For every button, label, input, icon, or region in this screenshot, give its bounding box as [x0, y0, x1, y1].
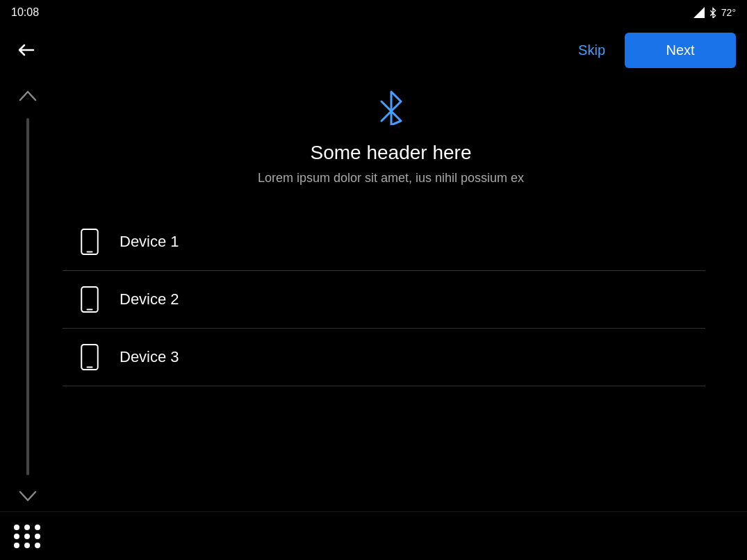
signal-icon: [693, 7, 705, 18]
dot-5: [24, 534, 30, 539]
device-phone-icon-3: [76, 344, 103, 370]
dot-4: [14, 534, 19, 539]
next-button[interactable]: Next: [625, 33, 736, 68]
main-content: Some header here Lorem ipsum dolor sit a…: [0, 75, 747, 511]
nav-right: Skip Next: [570, 33, 736, 68]
status-icons: 72°: [693, 7, 736, 18]
bluetooth-status-icon: [709, 7, 717, 18]
dot-1: [14, 525, 19, 530]
device-list: Device 1 Device 2 Devi: [63, 213, 747, 386]
header-section: Some header here Lorem ipsum dolor sit a…: [63, 75, 747, 206]
dot-2: [24, 525, 30, 530]
scroll-track[interactable]: [26, 118, 29, 475]
bluetooth-icon: [76, 89, 705, 132]
scroll-up-button[interactable]: [13, 82, 42, 111]
device-item-2[interactable]: Device 2: [63, 271, 705, 329]
left-scroll: [0, 75, 56, 511]
device-name-2: Device 2: [120, 290, 179, 308]
header-title: Some header here: [76, 142, 705, 164]
device-phone-icon-2: [76, 286, 103, 313]
top-nav: Skip Next: [0, 25, 747, 75]
dot-6: [35, 534, 40, 539]
back-button[interactable]: [11, 37, 42, 63]
scroll-down-button[interactable]: [13, 482, 42, 511]
skip-button[interactable]: Skip: [570, 37, 614, 64]
svg-rect-3: [81, 287, 98, 312]
device-name-3: Device 3: [120, 348, 179, 366]
temperature: 72°: [721, 7, 736, 18]
status-bar: 10:08 72°: [0, 0, 747, 25]
app-drawer-button[interactable]: [14, 525, 42, 548]
bottom-bar: [0, 511, 747, 560]
header-subtitle: Lorem ipsum dolor sit amet, ius nihil po…: [76, 171, 705, 186]
svg-marker-0: [693, 7, 705, 18]
dot-8: [24, 543, 30, 548]
svg-rect-1: [81, 229, 98, 254]
content-area: Some header here Lorem ipsum dolor sit a…: [56, 75, 747, 511]
svg-rect-5: [81, 345, 98, 370]
device-phone-icon-1: [76, 229, 103, 255]
device-item-3[interactable]: Device 3: [63, 329, 705, 386]
status-time: 10:08: [11, 6, 39, 19]
dot-9: [35, 543, 40, 548]
device-item-1[interactable]: Device 1: [63, 213, 705, 271]
dot-3: [35, 525, 40, 530]
device-name-1: Device 1: [120, 233, 179, 251]
dot-7: [14, 543, 19, 548]
